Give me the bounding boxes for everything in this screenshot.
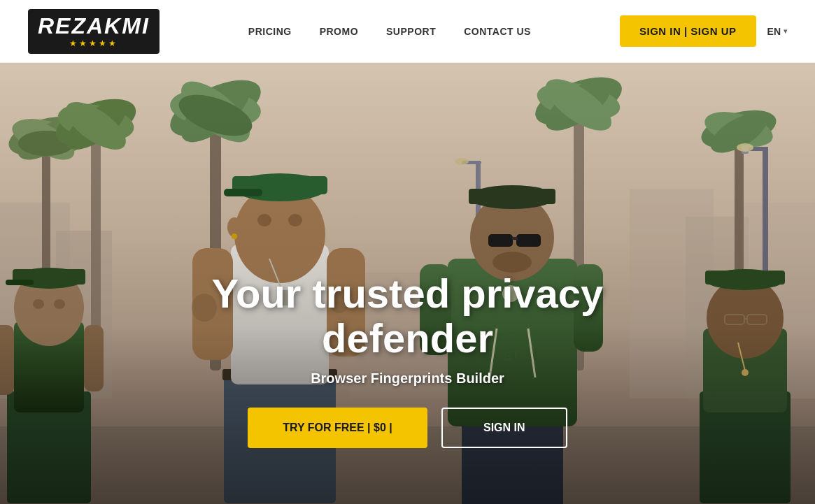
logo-text: REZAKMI: [38, 15, 150, 37]
nav-right: SIGN IN | SIGN UP EN ▾: [620, 15, 787, 47]
sign-in-button[interactable]: SIGN IN | SIGN UP: [620, 15, 756, 47]
hero-title: Your trusted privacy defender: [163, 271, 653, 361]
nav-item-promo[interactable]: PROMO: [320, 25, 358, 38]
navbar: REZAKMI ★★★★★ PRICING PROMO SUPPORT CONT…: [0, 0, 815, 63]
nav-link-support[interactable]: SUPPORT: [386, 26, 436, 37]
nav-links: PRICING PROMO SUPPORT CONTACT US: [248, 25, 531, 38]
logo[interactable]: REZAKMI ★★★★★: [28, 9, 160, 54]
language-selector[interactable]: EN ▾: [767, 26, 787, 37]
nav-link-pricing[interactable]: PRICING: [248, 26, 292, 37]
hero-buttons: TRY FOR FREE | $0 | SIGN IN: [163, 408, 653, 448]
hero-content: Your trusted privacy defender Browser Fi…: [163, 271, 653, 448]
logo-box: REZAKMI ★★★★★: [28, 9, 160, 54]
try-free-button[interactable]: TRY FOR FREE | $0 |: [248, 408, 427, 448]
hero-section: GROVE ST: [0, 63, 815, 504]
nav-item-support[interactable]: SUPPORT: [386, 25, 436, 38]
language-label: EN: [767, 26, 781, 37]
nav-link-contact[interactable]: CONTACT US: [464, 26, 531, 37]
hero-sign-in-button[interactable]: SIGN IN: [441, 408, 567, 448]
chevron-down-icon: ▾: [784, 27, 787, 35]
nav-link-promo[interactable]: PROMO: [320, 26, 358, 37]
logo-stars: ★★★★★: [69, 38, 118, 48]
hero-subtitle: Browser Fingerprints Builder: [163, 370, 653, 387]
nav-item-pricing[interactable]: PRICING: [248, 25, 292, 38]
nav-item-contact[interactable]: CONTACT US: [464, 25, 531, 38]
